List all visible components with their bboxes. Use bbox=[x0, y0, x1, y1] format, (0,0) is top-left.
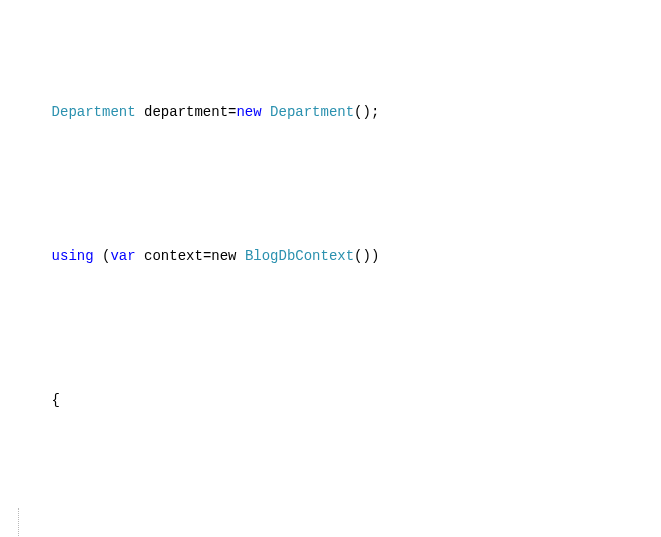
code-line bbox=[18, 508, 661, 537]
code-editor[interactable]: Department department=new Department(); … bbox=[0, 0, 661, 537]
code-line: Department department=new Department(); bbox=[18, 76, 661, 148]
code-line: { bbox=[18, 364, 661, 436]
code-line: using (var context=new BlogDbContext()) bbox=[18, 220, 661, 292]
type-token: Department bbox=[52, 104, 136, 120]
keyword-token: new bbox=[236, 104, 261, 120]
